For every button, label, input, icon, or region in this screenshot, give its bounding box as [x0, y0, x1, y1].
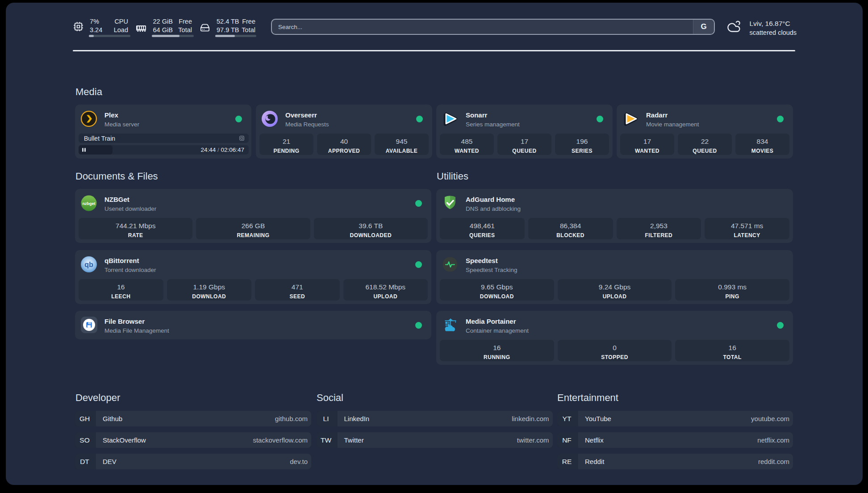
svg-text:qb: qb	[84, 261, 93, 268]
svg-text:nzbget: nzbget	[83, 201, 96, 206]
